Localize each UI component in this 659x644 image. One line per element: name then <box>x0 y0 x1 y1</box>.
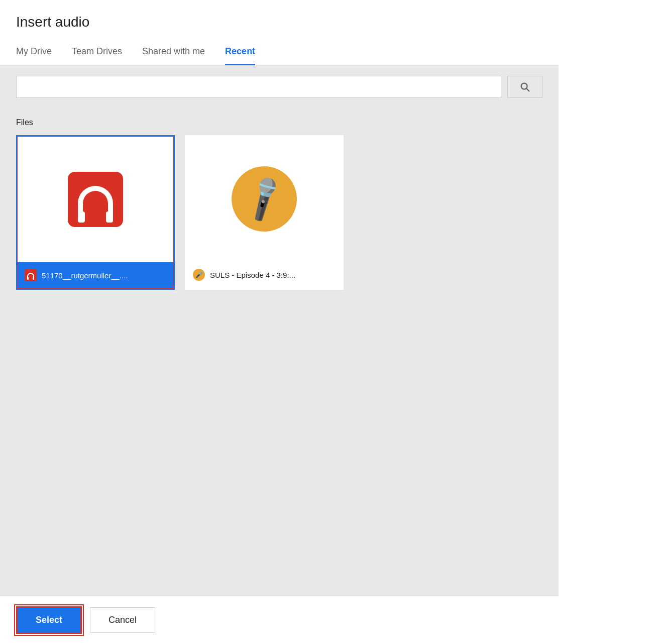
microphone-icon: 🎤 <box>238 173 291 226</box>
file-thumbnail-1 <box>18 137 173 262</box>
file-name-2: SULS - Episode 4 - 3:9:... <box>210 271 295 279</box>
search-bar-area <box>0 66 559 108</box>
search-icon <box>519 81 530 92</box>
content-area: Files 51170__rutgermuller__.... <box>0 108 559 596</box>
dialog-title: Insert audio <box>16 14 542 30</box>
files-grid: 51170__rutgermuller__.... 🎤 🎤 SULS - Epi… <box>16 135 542 290</box>
tab-shared-with-me[interactable]: Shared with me <box>142 38 205 65</box>
mic-small-icon: 🎤 <box>195 271 203 278</box>
tab-recent[interactable]: Recent <box>225 38 255 65</box>
mic-circle-icon: 🎤 <box>232 166 297 232</box>
audio-red-icon <box>68 172 123 227</box>
tabs-bar: My Drive Team Drives Shared with me Rece… <box>0 38 559 66</box>
select-button[interactable]: Select <box>16 606 82 634</box>
file-name-1: 51170__rutgermuller__.... <box>42 271 128 280</box>
file-footer-1: 51170__rutgermuller__.... <box>18 262 173 288</box>
file-thumbnail-2: 🎤 <box>186 136 343 262</box>
cancel-button[interactable]: Cancel <box>90 607 155 633</box>
files-label: Files <box>16 118 542 127</box>
svg-line-1 <box>526 88 529 91</box>
file-type-icon-2: 🎤 <box>193 269 205 281</box>
file-footer-2: 🎤 SULS - Episode 4 - 3:9:... <box>186 262 343 288</box>
search-button[interactable] <box>507 76 542 98</box>
headphone-icon <box>78 186 113 213</box>
tab-team-drives[interactable]: Team Drives <box>72 38 122 65</box>
file-card-2[interactable]: 🎤 🎤 SULS - Episode 4 - 3:9:... <box>185 135 344 290</box>
dialog-footer: Select Cancel <box>0 596 559 644</box>
headphone-small-icon <box>27 273 34 278</box>
tab-my-drive[interactable]: My Drive <box>16 38 52 65</box>
file-type-icon-1 <box>25 269 37 281</box>
insert-audio-dialog: Insert audio My Drive Team Drives Shared… <box>0 0 559 644</box>
dialog-header: Insert audio <box>0 0 559 38</box>
file-card-1[interactable]: 51170__rutgermuller__.... <box>16 135 175 290</box>
search-input[interactable] <box>16 76 501 98</box>
